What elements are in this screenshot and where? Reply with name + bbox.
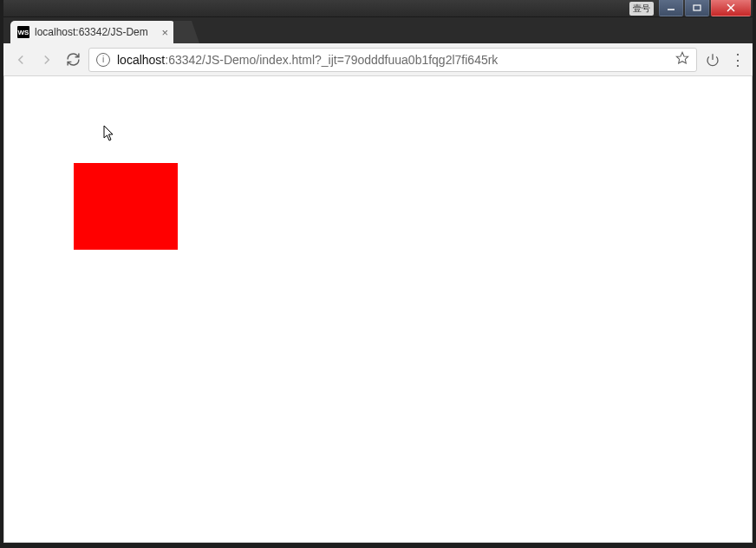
favicon-icon: WS <box>17 26 29 38</box>
svg-marker-5 <box>104 126 113 140</box>
bookmark-star-icon[interactable] <box>675 51 689 68</box>
desktop-background: 壹号 WS localhost:63342/JS-Dem × <box>0 0 756 548</box>
svg-marker-4 <box>676 52 688 63</box>
back-button[interactable] <box>10 49 31 70</box>
page-viewport[interactable] <box>3 76 753 543</box>
titlebar-badge: 壹号 <box>629 2 654 16</box>
svg-rect-1 <box>694 5 701 10</box>
maximize-button[interactable] <box>685 0 709 16</box>
power-extension-icon[interactable] <box>702 49 723 70</box>
tab-close-icon[interactable]: × <box>161 27 168 38</box>
tab-strip: WS localhost:63342/JS-Dem × <box>3 17 753 43</box>
site-info-icon[interactable]: i <box>96 53 110 67</box>
window-close-button[interactable] <box>711 0 751 16</box>
browser-toolbar: i localhost:63342/JS-Demo/index.html?_ij… <box>3 43 753 76</box>
url-text: localhost:63342/JS-Demo/index.html?_ijt=… <box>117 53 668 67</box>
forward-button[interactable] <box>36 49 57 70</box>
browser-window: 壹号 WS localhost:63342/JS-Dem × <box>3 0 753 543</box>
address-bar[interactable]: i localhost:63342/JS-Demo/index.html?_ij… <box>88 48 697 72</box>
cursor-icon <box>103 125 117 146</box>
tab-title: localhost:63342/JS-Dem <box>35 26 158 38</box>
browser-tab[interactable]: WS localhost:63342/JS-Dem × <box>10 21 175 43</box>
url-path: :63342/JS-Demo/index.html?_ijt=79odddfuu… <box>165 53 498 67</box>
url-host: localhost <box>117 53 165 67</box>
tab-shadow <box>173 21 199 43</box>
toolbar-right: ⋮ <box>702 49 746 70</box>
reload-button[interactable] <box>62 49 83 70</box>
window-titlebar: 壹号 <box>3 0 753 17</box>
minimize-button[interactable] <box>659 0 683 16</box>
red-square[interactable] <box>74 163 178 250</box>
